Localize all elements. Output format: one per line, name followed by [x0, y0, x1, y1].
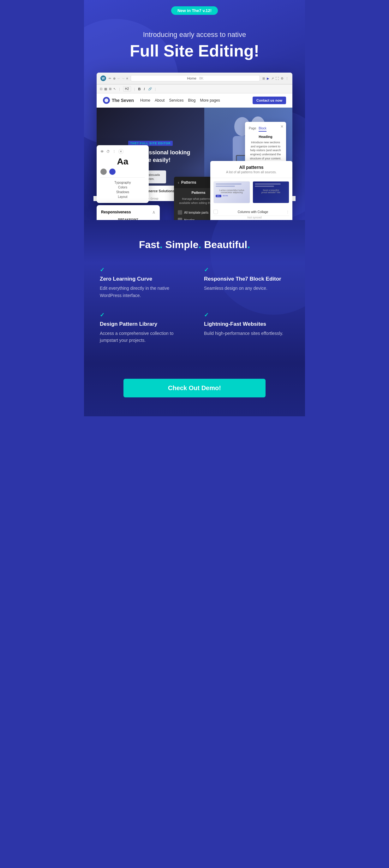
cursor-icon: ↖	[113, 87, 116, 91]
feature-title-1: Responsive The7 Block Editor	[204, 276, 289, 282]
site-logo: The Seven	[103, 97, 134, 104]
sync-check-1	[213, 210, 218, 214]
features-section: Fast. Simple. Beautiful. ✓ Zero Learning…	[84, 220, 305, 363]
patterns-list-item-1[interactable]: Columns with Collage ⋮	[213, 208, 289, 216]
style-sections[interactable]: Typography Colors Shadows Layout	[100, 177, 145, 199]
new-badge[interactable]: New in The7 v.12!	[171, 6, 218, 15]
pattern-card-1[interactable]: Luctus consectetur luctusconsectetur adi…	[213, 181, 250, 203]
pattern-label-1: Columns with Collage	[220, 210, 286, 214]
feature-desc-0: Edit everything directly in the native W…	[100, 285, 185, 299]
more-options-1[interactable]: ⋮	[286, 210, 289, 214]
type-preview: Aa	[100, 157, 145, 166]
url-bar[interactable]: Home 8K	[131, 75, 260, 82]
feature-desc-2: Access a comprehensive collection to jum…	[100, 330, 185, 344]
patterns-panel-subtitle: A list of all patterns from all sources.	[215, 170, 288, 174]
site-nav-links: Home About Services Blog More pages	[140, 98, 246, 102]
panel-menu-icon: ⋮	[112, 150, 116, 154]
screenshot-composite: W ✏ ⊕ ↩ ↪ ≡ Home 8K ⊞ ▶ ↗ ⛶ ⚙ ⋮	[93, 72, 296, 201]
hero-title: Full Site Editing!	[93, 42, 296, 60]
feature-check-3: ✓	[204, 312, 289, 318]
resp-collapse-icon[interactable]: ∧	[152, 210, 155, 215]
block-panel-title: Patterns	[181, 180, 197, 185]
card-badge-pct: 99.5%	[222, 195, 228, 197]
link-btn[interactable]: 🔗	[148, 87, 152, 91]
nav-about[interactable]: About	[155, 98, 164, 102]
card-badge-count: 20+	[216, 195, 221, 197]
browser-toolbar: ✏ ⊕ ↩ ↪ ≡	[109, 77, 128, 80]
editor-toolbar: ⊡ ▦ ⊞ ↖ | H2 | B I 🔗 |	[97, 84, 292, 93]
card-dark-label: Need a beautifulproud website? We	[255, 189, 287, 193]
pattern-card-2[interactable]: Need a beautifulproud website? We	[252, 181, 289, 203]
svg-point-0	[104, 98, 108, 102]
list-icon: ≡	[126, 77, 128, 80]
hero-subtitle: Introducing early access to native	[93, 31, 296, 39]
all-patterns-panel: All patterns A list of all patterns from…	[210, 161, 292, 220]
gray-circle	[100, 168, 107, 175]
nav-blog[interactable]: Blog	[188, 98, 196, 102]
tagline-dot3: .	[247, 239, 250, 250]
layout-item[interactable]: Layout	[100, 194, 145, 199]
redo-icon: ↪	[122, 77, 124, 80]
tagline-simple: Simple	[162, 239, 199, 250]
feature-item-2: ✓ Design Pattern Library Access a compre…	[100, 312, 185, 344]
cta-section: Check Out Demo!	[84, 363, 305, 416]
view-icon: ⊞	[262, 77, 265, 80]
select-icon: ▦	[104, 87, 107, 91]
nav-services[interactable]: Services	[169, 98, 183, 102]
fullscreen-icon: ⛶	[276, 77, 279, 80]
breakpoint-label: BREAKPOINT	[101, 218, 155, 220]
panel-close-btn[interactable]: ✕	[280, 124, 283, 129]
colors-item[interactable]: Colors	[100, 185, 145, 190]
card-label: Luctus consectetur luctusconsectetur adi…	[216, 189, 248, 193]
demo-cta-button[interactable]: Check Out Demo!	[123, 379, 266, 397]
tagline-dot1: .	[160, 239, 162, 250]
h2-btn[interactable]: H2	[123, 86, 131, 92]
settings-icon: ⚙	[281, 77, 283, 80]
patterns-panel-title: All patterns	[215, 165, 288, 170]
logo-icon	[103, 97, 110, 104]
feature-check-0: ✓	[100, 267, 185, 273]
hero-section: New in The7 v.12! Introducing early acce…	[84, 0, 305, 220]
features-grid: ✓ Zero Learning Curve Edit everything di…	[100, 267, 289, 344]
nav-cta-button[interactable]: Contact us now	[252, 97, 286, 104]
divider3: |	[155, 87, 156, 91]
site-nav: The Seven Home About Services Blog More …	[97, 93, 292, 107]
preview-icon: ⊕	[113, 77, 116, 80]
eye-icon: 👁	[100, 150, 104, 153]
divider2: |	[134, 87, 135, 91]
nav-more[interactable]: More pages	[200, 98, 220, 102]
wordpress-icon: W	[100, 75, 106, 81]
tagline-beautiful: Beautiful	[201, 239, 247, 250]
block-tab[interactable]: Block	[259, 126, 266, 132]
feature-item-3: ✓ Lightning-Fast Websites Build high-per…	[204, 312, 289, 344]
bold-btn[interactable]: B	[138, 87, 141, 91]
publish-icon: ▶	[267, 77, 269, 80]
feature-desc-3: Build high-performance sites effortlessl…	[204, 330, 289, 337]
resp-title: Responsiveness	[101, 210, 131, 214]
patterns-panel-header: All patterns A list of all patterns from…	[210, 161, 292, 178]
italic-btn[interactable]: I	[144, 87, 145, 91]
typography-item[interactable]: Typography	[100, 180, 145, 185]
patterns-list: Columns with Collage ⋮ Not synced Column…	[210, 207, 292, 220]
feature-item-1: ✓ Responsive The7 Block Editor Seamless …	[204, 267, 289, 299]
shadows-item[interactable]: Shadows	[100, 190, 145, 194]
panel-desc: Introduce new sections and organize cont…	[249, 141, 282, 160]
header-icon	[178, 218, 182, 220]
undo-icon: ↩	[117, 77, 120, 80]
panel-close-icon[interactable]: ✕	[118, 149, 123, 154]
back-icon[interactable]: ‹	[178, 180, 179, 185]
typography-panel: 👁 ⏱ ⋮ ✕ Aa Typography Colors Shadows Lay…	[97, 145, 149, 203]
tagline-fast: Fast	[139, 239, 160, 250]
edit-icon: ✏	[109, 77, 111, 80]
page-tab[interactable]: Page	[249, 126, 256, 132]
nav-home[interactable]: Home	[140, 98, 150, 102]
more-icon: ⋮	[286, 77, 289, 80]
logo-text: The Seven	[112, 98, 134, 103]
panel-controls: 👁 ⏱ ⋮ ✕	[100, 149, 145, 154]
browser-bar: W ✏ ⊕ ↩ ↪ ≡ Home 8K ⊞ ▶ ↗ ⛶ ⚙ ⋮	[97, 72, 292, 84]
history-icon: ⏱	[107, 150, 110, 153]
template-parts-icon	[178, 210, 182, 215]
patterns-top-grid: Luctus consectetur luctusconsectetur adi…	[210, 178, 292, 207]
feature-item-0: ✓ Zero Learning Curve Edit everything di…	[100, 267, 185, 299]
divider1: |	[119, 87, 120, 91]
